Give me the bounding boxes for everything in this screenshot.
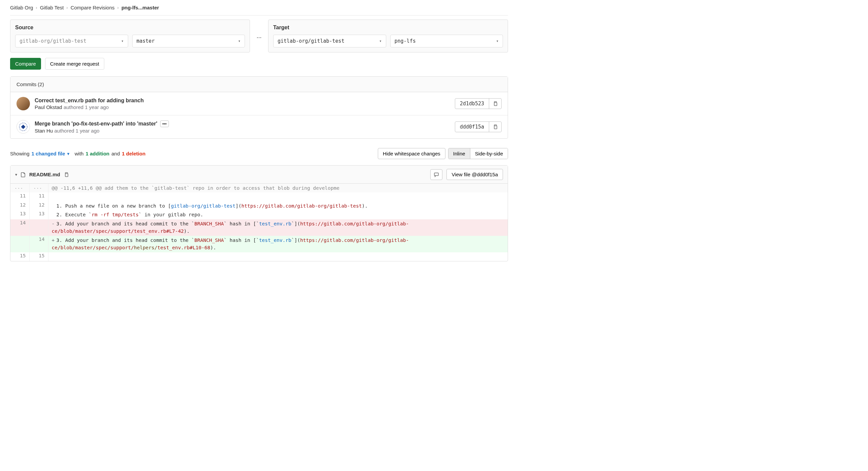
target-title: Target [273,25,503,31]
summary-with: with [75,151,84,156]
breadcrumb-current: png-lfs...master [121,5,159,10]
hunk-header: @@ -11,6 +11,6 @@ add them to the `gitla… [48,184,508,192]
comment-button[interactable] [430,169,442,180]
breadcrumb-project[interactable]: Gitlab Test [40,5,64,10]
chevron-down-icon: ▾ [379,39,381,43]
summary-showing: Showing [10,151,30,156]
breadcrumb-compare[interactable]: Compare Revisions [71,5,115,10]
line-number[interactable]: 12 [10,201,29,210]
commit-time: authored 1 year ago [54,128,99,133]
view-file-button[interactable]: View file @ddd0f15a [446,169,503,180]
chevron-down-icon[interactable]: ▾ [67,151,69,156]
source-ref-dropdown[interactable]: master ▾ [132,35,245,48]
commit-author[interactable]: Paul Okstad [35,104,62,110]
collapse-file-button[interactable]: ▾ [15,172,17,177]
line-number[interactable]: 14 [29,236,48,252]
summary-deletions: 1 deletion [122,151,145,156]
source-project-value: gitlab-org/gitlab-test [20,38,87,44]
line-number[interactable]: 14 [10,219,29,236]
target-panel: Target gitlab-org/gitlab-test ▾ png-lfs … [268,20,508,53]
breadcrumb-org[interactable]: Gitlab Org [10,5,33,10]
diff-view-toggle: Inline Side-by-side [448,148,508,159]
breadcrumb: Gitlab Org › Gitlab Test › Compare Revis… [10,0,508,15]
commit-title[interactable]: Merge branch 'po-fix-test-env-path' into… [35,121,157,127]
line-number[interactable]: ... [29,184,48,192]
file-icon [21,172,26,177]
diff-line [48,252,508,261]
chevron-right-icon: › [36,5,37,10]
line-number[interactable]: 11 [29,192,48,201]
diff-line: 2. Execute `rm -rf tmp/tests` in your gi… [48,210,508,219]
diff-line-removed: -3. Add your branch and its head commit … [48,219,508,236]
hide-whitespace-button[interactable]: Hide whitespace changes [378,148,445,159]
line-number[interactable]: 13 [10,210,29,219]
chevron-down-icon: ▾ [496,39,499,43]
source-ref-value: master [136,38,155,44]
source-panel: Source gitlab-org/gitlab-test ▾ master ▾ [10,20,250,53]
commit-author[interactable]: Stan Hu [35,128,53,133]
line-number[interactable]: 11 [10,192,29,201]
commits-header: Commits (2) [10,77,508,92]
diff-table: ... ... @@ -11,6 +11,6 @@ add them to th… [10,184,508,261]
diff-line [48,192,508,201]
diff-line-added: +3. Add your branch and its head commit … [48,236,508,252]
avatar[interactable] [17,97,30,111]
summary-additions: 1 addition [86,151,109,156]
commit-row: Merge branch 'po-fix-test-env-path' into… [10,115,508,138]
comment-icon [434,172,439,177]
line-number[interactable]: 12 [29,201,48,210]
copy-sha-button[interactable] [489,99,501,109]
compare-separator: ... [254,20,264,53]
commit-time: authored 1 year ago [64,104,108,110]
diff-file: ▾ README.md View file @ddd0f15a ... ... … [10,165,508,261]
line-number[interactable]: 15 [10,252,29,261]
commit-title[interactable]: Correct test_env.rb path for adding bran… [35,98,144,104]
svg-rect-5 [434,173,438,176]
target-project-dropdown[interactable]: gitlab-org/gitlab-test ▾ [273,35,386,48]
target-ref-value: png-lfs [395,38,416,44]
copy-path-button[interactable] [64,172,69,177]
svg-rect-0 [494,103,497,106]
line-number[interactable]: ... [10,184,29,192]
commit-sha[interactable]: ddd0f15a [455,122,489,132]
line-number[interactable] [29,219,48,236]
create-merge-request-button[interactable]: Create merge request [45,58,104,70]
chevron-right-icon: › [117,5,119,10]
expand-commit-button[interactable]: ••• [160,120,169,127]
commit-row: Correct test_env.rb path for adding bran… [10,92,508,115]
compare-button[interactable]: Compare [10,58,41,70]
svg-rect-3 [494,126,497,129]
diff-line: 1. Push a new file on a new branch to [g… [48,201,508,210]
summary-and: and [111,151,120,156]
avatar[interactable] [17,120,30,133]
commits-list: Commits (2) Correct test_env.rb path for… [10,76,508,138]
line-number[interactable]: 15 [29,252,48,261]
clipboard-icon [493,101,498,106]
source-project-dropdown[interactable]: gitlab-org/gitlab-test ▾ [15,35,128,48]
target-project-value: gitlab-org/gitlab-test [278,38,344,44]
chevron-down-icon: ▾ [121,39,123,43]
chevron-down-icon: ▾ [238,39,241,43]
file-name[interactable]: README.md [29,171,60,177]
inline-view-button[interactable]: Inline [448,148,470,159]
source-title: Source [15,25,245,31]
copy-sha-button[interactable] [489,122,501,132]
clipboard-icon [493,124,498,129]
side-by-side-view-button[interactable]: Side-by-side [470,148,508,159]
commit-sha[interactable]: 2d1db523 [455,99,489,109]
changed-files-link[interactable]: 1 changed file [32,151,65,156]
line-number[interactable]: 13 [29,210,48,219]
chevron-right-icon: › [66,5,68,10]
svg-rect-4 [65,174,68,177]
target-ref-dropdown[interactable]: png-lfs ▾ [390,35,503,48]
line-number[interactable] [10,236,29,252]
identicon-icon [19,122,28,131]
